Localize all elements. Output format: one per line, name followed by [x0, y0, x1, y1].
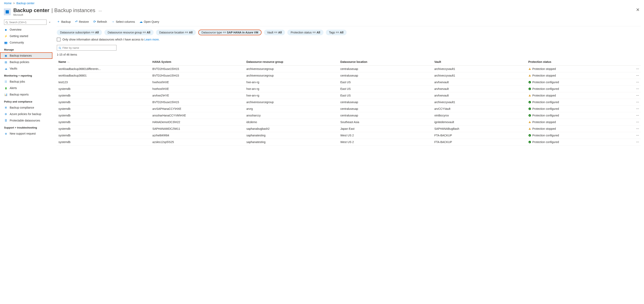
- protectable-icon: 🗄: [4, 119, 8, 122]
- filter-by-name[interactable]: [57, 45, 116, 50]
- cell-loc: centraluseuap: [339, 112, 432, 119]
- filter-location[interactable]: Datasource location == All: [156, 30, 196, 35]
- row-menu-icon[interactable]: ···: [621, 139, 641, 146]
- table-row[interactable]: systemdbarvhxe2\HYEhxe-arv-rgEast USarvh…: [57, 92, 641, 99]
- table-row[interactable]: systemdbarvSAPHanaCCY\HXEarvrgcentraluse…: [57, 106, 641, 112]
- sidebar-item-community[interactable]: 👥 Community: [0, 39, 52, 46]
- filter-protection-status[interactable]: Protection status == All: [287, 30, 323, 35]
- cell-vault: archiveccyvault1: [432, 99, 526, 106]
- query-icon: ☁: [140, 20, 143, 24]
- table-row[interactable]: systemdbSAPHANAMDC2\M11saphanabugbash2Ja…: [57, 126, 641, 132]
- only-access-checkbox[interactable]: [57, 38, 60, 41]
- restore-button[interactable]: ↶ Restore: [75, 20, 89, 24]
- col-loc[interactable]: Datasource location: [339, 58, 432, 66]
- row-menu-icon[interactable]: ···: [621, 66, 641, 72]
- filter-vault[interactable]: Vault == All: [264, 30, 285, 35]
- filter-subscription[interactable]: Datasource subscription == All: [57, 30, 102, 35]
- table-row[interactable]: test123hxehost\HXEhxe-arv-rgEast USarvhx…: [57, 79, 641, 86]
- filter-name-input[interactable]: [62, 46, 115, 49]
- cell-rg: saphanabugbash2: [245, 126, 339, 132]
- cell-loc: Japan East: [339, 126, 432, 132]
- status-icon: [528, 88, 531, 90]
- sidebar-item-backup-instances[interactable]: ▣ Backup instances: [0, 52, 52, 59]
- row-menu-icon[interactable]: ···: [621, 92, 641, 99]
- close-icon[interactable]: ✕: [636, 7, 640, 12]
- col-protection[interactable]: Protection status: [527, 58, 621, 66]
- cell-status: Protection configured: [527, 112, 621, 119]
- table-row[interactable]: workloadbackup36801differentn...BVTD2HSu…: [57, 66, 641, 72]
- backup-button[interactable]: ＋ Backup: [57, 20, 71, 24]
- sidebar-item-getting-started[interactable]: ⚡ Getting started: [0, 33, 52, 39]
- only-access-label: Only show information about datasources …: [62, 38, 160, 41]
- cell-vault: archiveccyvault1: [432, 72, 526, 79]
- filter-tags[interactable]: Tags == All: [326, 30, 347, 35]
- cell-loc: Southeast Asia: [339, 119, 432, 126]
- col-name[interactable]: Name↑↓: [57, 58, 151, 66]
- row-menu-icon[interactable]: ···: [621, 72, 641, 79]
- sidebar-search[interactable]: [4, 20, 46, 25]
- table-row[interactable]: workloadbackup36801BVTD2HSuse15\H15archi…: [57, 72, 641, 79]
- select-columns-button[interactable]: → Select columns: [112, 20, 135, 24]
- open-query-button[interactable]: ☁ Open Query: [140, 20, 159, 24]
- breadcrumb-current[interactable]: Backup center: [16, 2, 35, 5]
- row-menu-icon[interactable]: ···: [621, 126, 641, 132]
- row-menu-icon[interactable]: ···: [621, 132, 641, 139]
- sidebar-item-backup-compliance[interactable]: ⛨ Backup compliance: [0, 104, 52, 111]
- breadcrumb-home[interactable]: Home: [4, 2, 12, 5]
- table-row[interactable]: systemdbazsles12sp5\S25saphanatestingWes…: [57, 139, 641, 146]
- col-hana[interactable]: HANA System: [151, 58, 244, 66]
- cell-rg: archiveresourcegroup: [245, 66, 339, 72]
- section-manage: Manage: [0, 46, 52, 52]
- row-menu-icon[interactable]: ···: [621, 99, 641, 106]
- filter-resource-group[interactable]: Datasource resource group == All: [104, 30, 154, 35]
- people-icon: 👥: [4, 41, 8, 44]
- col-rg[interactable]: Datasource resource group: [245, 58, 339, 66]
- sidebar-label: Backup policies: [10, 60, 29, 64]
- sidebar-label: New support request: [10, 132, 36, 135]
- sidebar-item-alerts[interactable]: ▮ Alerts: [0, 85, 52, 91]
- sidebar-label: Backup jobs: [10, 80, 25, 83]
- sidebar-search-input[interactable]: [9, 21, 45, 24]
- table-row[interactable]: systemdbazrhel84\R84saphanatestingWest U…: [57, 132, 641, 139]
- sidebar-item-backup-policies[interactable]: ▤ Backup policies: [0, 59, 52, 65]
- cell-vault: arvhxevault: [432, 92, 526, 99]
- plus-icon: ＋: [57, 20, 60, 24]
- sidebar-item-protectable[interactable]: 🗄 Protectable datasources: [0, 117, 52, 124]
- sidebar-label: Getting started: [10, 34, 28, 38]
- row-menu-icon[interactable]: ···: [621, 79, 641, 86]
- cell-hana: hxehost\HXE: [151, 79, 244, 86]
- cell-loc: East US: [339, 92, 432, 99]
- cell-loc: centraluseuap: [339, 66, 432, 72]
- svg-line-1: [7, 23, 8, 23]
- cell-status: Protection configured: [527, 139, 621, 146]
- overview-icon: ◆: [4, 28, 8, 32]
- table-row[interactable]: systemdbBVTD2HSuse15\H15archiveresourceg…: [57, 99, 641, 106]
- sidebar-item-backup-reports[interactable]: 📊 Backup reports: [0, 91, 52, 98]
- table-row[interactable]: systemdbhxehost\HXEhxe-arv-rgEast USarvh…: [57, 86, 641, 92]
- table-row[interactable]: systemdbanssharHanaCCYVM\HXEanssharccyce…: [57, 112, 641, 119]
- row-menu-icon[interactable]: ···: [621, 106, 641, 112]
- sidebar-label: Vaults: [10, 67, 17, 70]
- learn-more-link[interactable]: Learn more: [144, 38, 159, 41]
- cell-rg: archiveresourcegroup: [245, 72, 339, 79]
- support-icon: ⊕: [4, 132, 8, 136]
- collapse-sidebar-icon[interactable]: «: [48, 20, 51, 24]
- sort-icon: ↑↓: [67, 61, 70, 63]
- sidebar-item-vaults[interactable]: ☁ Vaults: [0, 65, 52, 72]
- row-menu-icon[interactable]: ···: [621, 112, 641, 119]
- table-row[interactable]: systemdbHANADemoIDC3\H22idcdemoSoutheast…: [57, 119, 641, 126]
- filter-type[interactable]: Datasource type == SAP HANA in Azure VM: [198, 30, 262, 35]
- cell-vault: arvCCYVault: [432, 106, 526, 112]
- sidebar-label: Protectable datasources: [10, 119, 40, 122]
- refresh-button[interactable]: ⟳ Refresh: [93, 20, 107, 24]
- sidebar-item-backup-jobs[interactable]: ☷ Backup jobs: [0, 78, 52, 85]
- cell-hana: HANADemoIDC3\H22: [151, 119, 244, 126]
- sidebar-item-new-support[interactable]: ⊕ New support request: [0, 130, 52, 137]
- page-title: Backup center: [13, 7, 49, 14]
- more-icon[interactable]: ···: [97, 8, 103, 13]
- row-menu-icon[interactable]: ···: [621, 119, 641, 126]
- sidebar-item-overview[interactable]: ◆ Overview: [0, 26, 52, 33]
- sidebar-item-azure-policies[interactable]: ⚙ Azure policies for backup: [0, 111, 52, 117]
- row-menu-icon[interactable]: ···: [621, 86, 641, 92]
- col-vault[interactable]: Vault: [432, 58, 526, 66]
